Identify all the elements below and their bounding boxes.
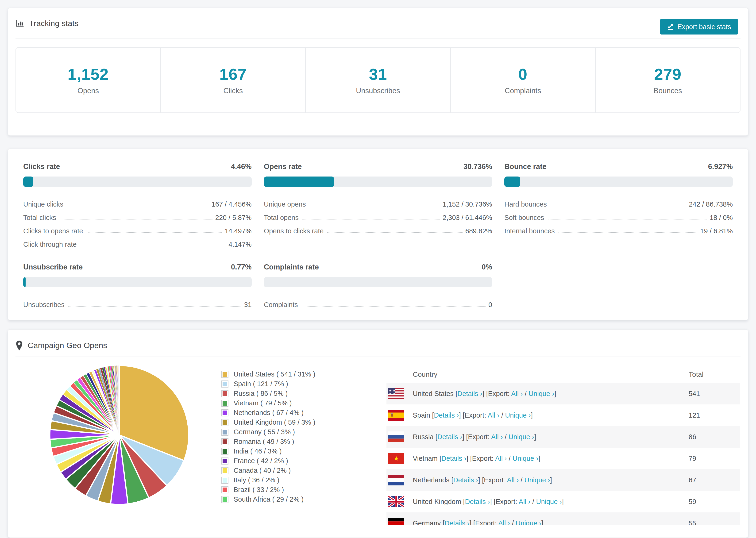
rate-head: Opens rate 30.736% [264, 162, 492, 171]
detail-label: Soft bounces [504, 214, 544, 222]
export-unique-link[interactable]: Unique › [536, 498, 562, 506]
dotted-leader [310, 206, 440, 206]
stat-label: Bounces [654, 86, 682, 95]
rate-progress-track [264, 177, 492, 187]
geo-title: Campaign Geo Opens [28, 341, 107, 350]
rate-title: Complaints rate [264, 263, 319, 271]
detail-label: Opens to clicks rate [264, 227, 324, 235]
export-unique-link[interactable]: Unique › [513, 455, 538, 462]
export-all-link[interactable]: All › [488, 411, 499, 419]
legend-item-nl: Netherlands ( 67 / 4% ) [221, 408, 376, 418]
export-all-link[interactable]: All › [511, 390, 523, 398]
stat-cell-unsubscribes: 31 Unsubscribes [306, 48, 451, 112]
geo-table-header: Country Total [387, 366, 740, 383]
dotted-leader [548, 219, 707, 219]
tracking-stats-card: Tracking stats Export basic stats 1,152 … [8, 8, 748, 136]
country-cell: United States [Details ›] [Export: All ›… [413, 390, 689, 398]
detail-row: Unsubscribes 31 [23, 295, 252, 309]
detail-row: Complaints 0 [264, 295, 492, 309]
geo-table-body: United States [Details ›] [Export: All ›… [387, 383, 740, 525]
details-link[interactable]: Details › [465, 498, 490, 506]
legend-swatch [221, 486, 229, 493]
rate-detail-rows: Unique opens 1,152 / 30.736%Total opens … [264, 195, 492, 235]
detail-label: Clicks to opens rate [23, 227, 83, 235]
export-unique-link[interactable]: Unique › [524, 476, 550, 484]
rate-head: Clicks rate 4.46% [23, 162, 252, 171]
legend-swatch [221, 429, 229, 436]
geo-legend: United States ( 541 / 31% ) Spain ( 121 … [221, 369, 376, 504]
geo-title-wrap: Campaign Geo Opens [16, 341, 107, 350]
stat-value: 279 [654, 65, 681, 83]
rate-progress-fill [504, 177, 520, 187]
stats-summary-row: 1,152 Opens167 Clicks31 Unsubscribes0 Co… [16, 47, 740, 113]
country-cell: Vietnam [Details ›] [Export: All › / Uni… [413, 455, 689, 462]
dotted-leader [87, 232, 222, 233]
stat-value: 167 [220, 65, 247, 83]
legend-item-fr: France ( 42 / 2% ) [221, 456, 376, 466]
detail-value: 220 / 5.87% [215, 214, 252, 222]
column-header-country: Country [387, 370, 689, 378]
export-unique-link[interactable]: Unique › [528, 390, 554, 398]
country-cell: Russia [Details ›] [Export: All › / Uniq… [413, 433, 689, 441]
legend-label: Netherlands ( 67 / 4% ) [234, 409, 303, 417]
rate-title: Bounce rate [504, 162, 546, 171]
details-link[interactable]: Details › [458, 390, 482, 398]
rates-card: Clicks rate 4.46% Unique clicks 167 / 4.… [8, 149, 748, 320]
legend-label: Canada ( 40 / 2% ) [234, 467, 291, 474]
export-all-link[interactable]: All › [491, 433, 503, 441]
total-cell: 55 [689, 519, 740, 525]
details-link[interactable]: Details › [453, 476, 478, 484]
export-all-link[interactable]: All › [495, 455, 507, 462]
legend-label: Germany ( 55 / 3% ) [234, 428, 295, 436]
details-link[interactable]: Details › [434, 411, 459, 419]
detail-label: Unique clicks [23, 200, 63, 208]
total-cell: 86 [689, 433, 740, 441]
legend-swatch [221, 496, 229, 503]
dotted-leader [327, 232, 462, 233]
legend-swatch [221, 409, 229, 416]
details-link[interactable]: Details › [445, 519, 469, 525]
total-cell: 67 [689, 476, 740, 484]
rate-detail-rows: Hard bounces 242 / 86.738%Soft bounces 1… [504, 195, 733, 235]
stat-value: 31 [369, 65, 387, 83]
legend-label: United Kingdom ( 59 / 3% ) [234, 418, 315, 426]
rate-value: 6.927% [708, 162, 733, 171]
detail-value: 19 / 6.81% [700, 227, 733, 235]
legend-item-gb: United Kingdom ( 59 / 3% ) [221, 418, 376, 427]
legend-item-ro: Romania ( 49 / 3% ) [221, 437, 376, 447]
rate-progress-track [23, 277, 252, 287]
table-row-us: United States [Details ›] [Export: All ›… [387, 383, 740, 404]
stat-label: Unsubscribes [356, 86, 400, 95]
export-button-label: Export basic stats [677, 23, 731, 31]
export-unique-link[interactable]: Unique › [509, 433, 534, 441]
dotted-leader [551, 206, 686, 206]
map-pin-icon [16, 341, 23, 350]
detail-row: Unique clicks 167 / 4.456% [23, 195, 252, 208]
legend-label: Italy ( 36 / 2% ) [234, 476, 279, 484]
export-unique-link[interactable]: Unique › [515, 519, 541, 525]
rate-title: Clicks rate [23, 162, 60, 171]
detail-row: Internal bounces 19 / 6.81% [504, 222, 733, 235]
campaign-geo-opens-card: Campaign Geo Opens United States ( 541 /… [8, 329, 748, 538]
geo-header: Campaign Geo Opens [8, 330, 748, 356]
legend-swatch [221, 467, 229, 474]
column-header-total: Total [689, 370, 740, 378]
export-all-link[interactable]: All › [507, 476, 519, 484]
flag-icon-nl [388, 475, 404, 485]
export-all-link[interactable]: All › [519, 498, 530, 506]
export-unique-link[interactable]: Unique › [505, 411, 531, 419]
details-link[interactable]: Details › [441, 455, 466, 462]
legend-swatch [221, 477, 229, 484]
legend-label: Romania ( 49 / 3% ) [234, 438, 294, 446]
export-all-link[interactable]: All › [498, 519, 510, 525]
export-basic-stats-button[interactable]: Export basic stats [660, 19, 738, 34]
geo-pie-chart [49, 364, 190, 506]
dotted-leader [67, 206, 209, 206]
rate-block-unsubscribe-rate: Unsubscribe rate 0.77% Unsubscribes 31 [23, 263, 252, 309]
detail-row: Unique opens 1,152 / 30.736% [264, 195, 492, 208]
legend-item-us: United States ( 541 / 31% ) [221, 369, 376, 379]
legend-label: South Africa ( 29 / 2% ) [234, 496, 303, 503]
rate-value: 30.736% [463, 162, 492, 171]
rate-detail-rows: Unsubscribes 31 [23, 295, 252, 309]
details-link[interactable]: Details › [437, 433, 462, 441]
